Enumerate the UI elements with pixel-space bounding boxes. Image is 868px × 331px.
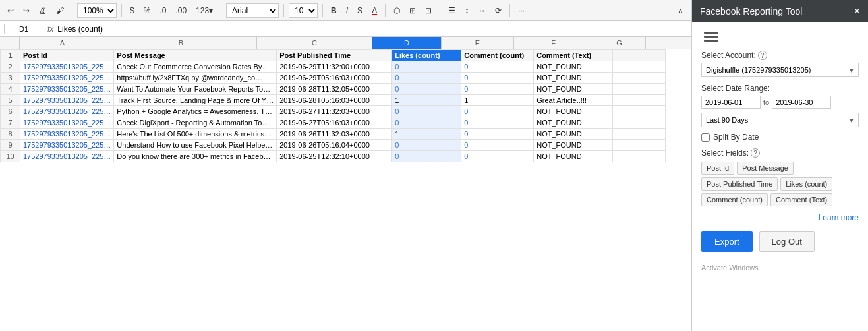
fontsize-select[interactable]: 10 [289, 3, 318, 18]
cell-a-2[interactable]: 1752979335013205_225… [20, 61, 114, 73]
cell-b-1[interactable]: Post Message [114, 50, 277, 61]
cell-a-10[interactable]: 1752979335013205_225… [20, 151, 114, 162]
cell-g-4[interactable] [613, 84, 666, 95]
field-button[interactable]: Post Id [701, 162, 734, 175]
redo-button[interactable]: ↪ [20, 4, 33, 17]
cell-e-10[interactable]: 0 [461, 151, 534, 162]
cell-g-6[interactable] [613, 106, 666, 117]
field-button[interactable]: Post Published Time [701, 177, 778, 191]
cell-g-8[interactable] [613, 129, 666, 140]
cell-b-3[interactable]: https://buff.ly/2x8FTXq by @wordcandy_co… [114, 73, 277, 84]
table-row[interactable]: 101752979335013205_225…Do you know there… [1, 151, 666, 162]
cell-f-4[interactable]: NOT_FOUND [534, 84, 613, 95]
fill-button[interactable]: ⬡ [390, 4, 403, 17]
wrap-button[interactable]: ↔ [475, 4, 489, 17]
cell-c-7[interactable]: 2019-06-27T05:16:03+0000 [277, 117, 392, 129]
print-button[interactable]: 🖨 [36, 4, 50, 17]
cell-e-9[interactable]: 0 [461, 140, 534, 151]
collapse-button[interactable]: ∧ [674, 4, 687, 17]
cell-a-8[interactable]: 1752979335013205_225… [20, 129, 114, 140]
fields-help-icon[interactable]: ? [751, 148, 760, 158]
col-header-d[interactable]: D [372, 37, 442, 49]
cell-e-6[interactable]: 0 [461, 106, 534, 117]
cell-g-7[interactable] [613, 117, 666, 129]
field-button[interactable]: Likes (count) [780, 177, 832, 191]
cell-f-10[interactable]: NOT_FOUND [534, 151, 613, 162]
table-row[interactable]: 71752979335013205_225…Check DigiXport - … [1, 117, 666, 129]
cell-b-6[interactable]: Python + Google Analytics = Awesomeness.… [114, 106, 277, 117]
col-header-c[interactable]: C [257, 37, 372, 49]
col-header-a[interactable]: A [20, 37, 105, 49]
cell-c-1[interactable]: Post Published Time [277, 50, 392, 61]
table-row[interactable]: 91752979335013205_225…Understand How to … [1, 140, 666, 151]
cell-a-5[interactable]: 1752979335013205_225… [20, 95, 114, 106]
cell-c-6[interactable]: 2019-06-27T11:32:03+0000 [277, 106, 392, 117]
percent-button[interactable]: % [140, 4, 154, 17]
zoom-select[interactable]: 100% [77, 3, 117, 18]
account-help-icon[interactable]: ? [758, 51, 767, 60]
col-header-e[interactable]: E [442, 37, 514, 49]
cell-c-2[interactable]: 2019-06-29T11:32:00+0000 [277, 61, 392, 73]
cell-f-1[interactable]: Comment (Text) [534, 50, 613, 61]
cell-g-5[interactable] [613, 95, 666, 106]
dec00-button[interactable]: .00 [172, 4, 190, 17]
split-date-checkbox[interactable] [701, 133, 710, 142]
paintformat-button[interactable]: 🖌 [53, 4, 67, 17]
cell-d-1[interactable]: Likes (count) [392, 50, 461, 61]
cell-c-3[interactable]: 2019-06-29T05:16:03+0000 [277, 73, 392, 84]
more-button[interactable]: ··· [515, 4, 528, 17]
undo-button[interactable]: ↩ [4, 4, 17, 17]
cell-b-2[interactable]: Check Out Ecommerce Conversion Rates By… [114, 61, 277, 73]
cell-e-1[interactable]: Comment (count) [461, 50, 534, 61]
date-to-input[interactable] [772, 96, 831, 109]
account-select[interactable]: Digishuffle (1752979335013205) [701, 63, 859, 77]
col-header-g[interactable]: G [593, 37, 646, 49]
valign-button[interactable]: ↕ [461, 4, 472, 17]
cell-g-2[interactable] [613, 61, 666, 73]
cell-f-9[interactable]: NOT_FOUND [534, 140, 613, 151]
cell-b-7[interactable]: Check DigiXport - Reporting & Automation… [114, 117, 277, 129]
col-header-b[interactable]: B [105, 37, 257, 49]
strikethrough-button[interactable]: S [354, 4, 366, 17]
cell-e-7[interactable]: 0 [461, 117, 534, 129]
cell-d-9[interactable]: 0 [392, 140, 461, 151]
cell-f-3[interactable]: NOT_FOUND [534, 73, 613, 84]
col-header-f[interactable]: F [514, 37, 593, 49]
cell-g-9[interactable] [613, 140, 666, 151]
table-row[interactable]: 31752979335013205_225…https://buff.ly/2x… [1, 73, 666, 84]
export-button[interactable]: Export [701, 231, 753, 252]
currency-button[interactable]: $ [127, 4, 138, 17]
cell-a-4[interactable]: 1752979335013205_225… [20, 84, 114, 95]
cell-e-5[interactable]: 1 [461, 95, 534, 106]
close-sidebar-button[interactable]: × [854, 5, 860, 17]
cell-b-8[interactable]: Here's The List Of 500+ dimensions & met… [114, 129, 277, 140]
cell-reference[interactable] [4, 24, 43, 34]
field-button[interactable]: Post Message [737, 162, 794, 175]
cell-b-4[interactable]: Want To Automate Your Facebook Reports T… [114, 84, 277, 95]
logout-button[interactable]: Log Out [759, 231, 815, 252]
textcolor-button[interactable]: A [368, 4, 380, 17]
cell-f-6[interactable]: NOT_FOUND [534, 106, 613, 117]
cell-f-8[interactable]: NOT_FOUND [534, 129, 613, 140]
cell-c-10[interactable]: 2019-06-25T12:32:10+0000 [277, 151, 392, 162]
date-from-input[interactable] [701, 96, 761, 109]
cell-g-3[interactable] [613, 73, 666, 84]
italic-button[interactable]: I [343, 4, 351, 17]
merge-button[interactable]: ⊡ [422, 4, 435, 17]
formula-input[interactable] [57, 24, 687, 34]
table-row[interactable]: 41752979335013205_225…Want To Automate Y… [1, 84, 666, 95]
cell-f-2[interactable]: NOT_FOUND [534, 61, 613, 73]
cell-d-8[interactable]: 1 [392, 129, 461, 140]
cell-f-7[interactable]: NOT_FOUND [534, 117, 613, 129]
cell-d-6[interactable]: 0 [392, 106, 461, 117]
cell-a-7[interactable]: 1752979335013205_225… [20, 117, 114, 129]
cell-a-1[interactable]: Post Id [20, 50, 114, 61]
cell-g-1[interactable] [613, 50, 666, 61]
table-row[interactable]: 81752979335013205_225…Here's The List Of… [1, 129, 666, 140]
split-date-label[interactable]: Split By Date [713, 133, 759, 142]
cell-a-3[interactable]: 1752979335013205_225… [20, 73, 114, 84]
table-row[interactable]: 51752979335013205_225…Track First Source… [1, 95, 666, 106]
font-select[interactable]: Arial [226, 3, 279, 18]
cell-d-2[interactable]: 0 [392, 61, 461, 73]
cell-e-3[interactable]: 0 [461, 73, 534, 84]
